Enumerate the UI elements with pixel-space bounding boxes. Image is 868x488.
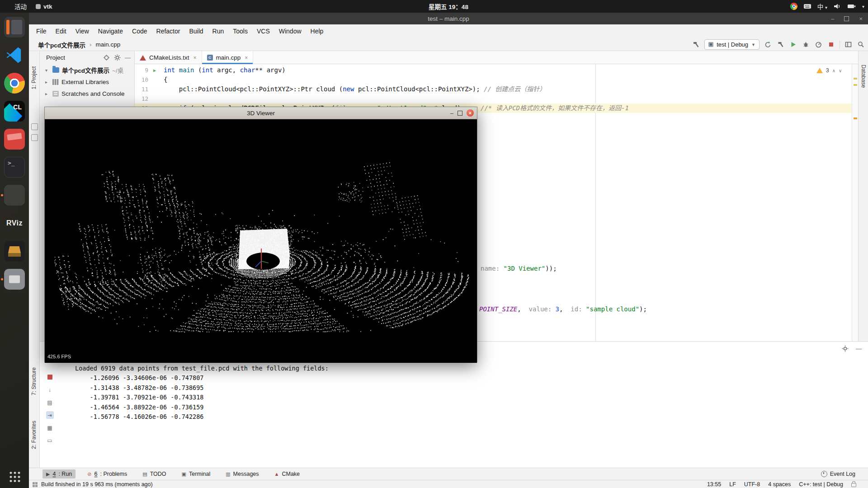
build-settings-icon[interactable] bbox=[692, 40, 700, 49]
menu-item-refactor[interactable]: Refactor bbox=[152, 24, 185, 38]
run-console-output[interactable]: Loaded 6919 data points from test_file.p… bbox=[75, 364, 329, 422]
code-line-12[interactable]: 12 bbox=[135, 94, 852, 103]
project-tree-root[interactable]: ▾ 单个pcd文件展示 ~/桌 bbox=[40, 64, 134, 76]
menu-item-view[interactable]: View bbox=[71, 24, 94, 38]
toolwindow-tab-structure[interactable]: 7: Structure bbox=[31, 367, 37, 395]
focused-app-menu[interactable]: vtk bbox=[36, 3, 52, 10]
toolwindow-button-messages[interactable]: ▥Messages bbox=[222, 469, 262, 479]
viewer-close-button[interactable]: × bbox=[467, 109, 474, 117]
encoding-indicator[interactable]: UTF-8 bbox=[744, 481, 760, 488]
clear-console-icon[interactable]: ▭ bbox=[46, 436, 54, 444]
scroll-down-icon[interactable]: ↓ bbox=[46, 386, 54, 394]
volume-icon[interactable] bbox=[833, 2, 841, 10]
breadcrumb-project[interactable]: 单个pcd文件展示 bbox=[38, 40, 85, 49]
warning-stripe-mark[interactable] bbox=[854, 78, 857, 80]
viewer-maximize-button[interactable] bbox=[458, 111, 462, 116]
menu-item-code[interactable]: Code bbox=[127, 24, 151, 38]
run-panel-settings-icon[interactable] bbox=[842, 345, 849, 352]
battery-icon[interactable] bbox=[847, 2, 856, 10]
viewer-minimize-button[interactable]: – bbox=[450, 110, 453, 117]
3d-viewer-window[interactable]: 3D Viewer – × 425.6 FPS bbox=[44, 107, 477, 362]
project-tree-scratches[interactable]: ▸ Scratches and Console bbox=[40, 88, 134, 99]
expand-arrow-icon[interactable]: ▾ bbox=[45, 68, 50, 73]
dock-files-icon[interactable] bbox=[4, 17, 25, 38]
dock-chrome-icon[interactable] bbox=[4, 73, 25, 94]
stop-process-icon[interactable] bbox=[46, 373, 54, 381]
menu-item-window[interactable]: Window bbox=[274, 24, 306, 38]
viewer-viewport[interactable]: 425.6 FPS bbox=[45, 119, 477, 363]
dock-red-app-icon[interactable] bbox=[4, 129, 25, 150]
event-log-button[interactable]: Event Log bbox=[821, 471, 855, 477]
settings-gear-icon[interactable] bbox=[114, 54, 121, 61]
inspection-widget[interactable]: 3 ∧ ∨ bbox=[816, 67, 842, 74]
toolwindow-tab-project[interactable]: 1: Project bbox=[31, 66, 37, 89]
clock[interactable]: 星期五 19：48 bbox=[429, 0, 468, 13]
search-everywhere-icon[interactable] bbox=[857, 40, 865, 49]
keyboard-icon[interactable] bbox=[803, 2, 811, 10]
input-method-indicator[interactable]: 中 ▾ bbox=[817, 2, 827, 11]
toolwindow-button-cmake[interactable]: ▲CMake bbox=[271, 469, 303, 479]
point-cloud-canvas[interactable] bbox=[45, 119, 477, 363]
code-line-11[interactable]: 11 pcl::PointCloud<pcl::PointXYZ>::Ptr c… bbox=[135, 84, 852, 94]
build-hammer-icon[interactable] bbox=[776, 40, 785, 49]
toolwindow-button-terminal[interactable]: ▣Terminal bbox=[178, 469, 214, 479]
next-warning-icon[interactable]: ∨ bbox=[839, 68, 842, 73]
print-icon[interactable]: ▦ bbox=[46, 424, 54, 432]
collapse-arrow-icon[interactable]: ▸ bbox=[45, 91, 50, 96]
run-configuration-select[interactable]: test | Debug ▼ bbox=[704, 39, 760, 50]
toolwindow-tab-favorites[interactable]: 2: Favorites bbox=[31, 421, 37, 449]
resolve-context-indicator[interactable]: C++: test | Debug bbox=[799, 481, 843, 488]
hide-run-panel-icon[interactable]: — bbox=[856, 345, 862, 352]
toolwindow-toggle-icon[interactable] bbox=[33, 482, 38, 487]
run-button-icon[interactable] bbox=[789, 40, 797, 49]
code-line-10[interactable]: 10{ bbox=[135, 75, 852, 84]
prev-warning-icon[interactable]: ∧ bbox=[832, 68, 835, 73]
menu-item-vcs[interactable]: VCS bbox=[252, 24, 274, 38]
menu-item-build[interactable]: Build bbox=[184, 24, 208, 38]
dock-terminal-icon[interactable]: >_ bbox=[4, 157, 25, 178]
close-button[interactable]: × bbox=[859, 16, 863, 22]
show-applications-button[interactable] bbox=[9, 470, 21, 483]
dock-vscode-icon[interactable] bbox=[4, 45, 25, 66]
menu-item-run[interactable]: Run bbox=[208, 24, 229, 38]
hide-panel-icon[interactable]: — bbox=[125, 54, 131, 61]
dock-box-app-icon[interactable] bbox=[4, 241, 25, 262]
line-ending-indicator[interactable]: LF bbox=[729, 481, 736, 488]
stop-button-icon[interactable] bbox=[827, 40, 835, 49]
menu-item-file[interactable]: File bbox=[32, 24, 51, 38]
chrome-indicator-icon[interactable] bbox=[790, 3, 797, 10]
dock-viewer-app-icon[interactable] bbox=[4, 269, 25, 290]
status-message[interactable]: Build finished in 19 s 963 ms (moments a… bbox=[41, 481, 153, 488]
maximize-button[interactable] bbox=[844, 16, 849, 21]
toolwindow-icon[interactable] bbox=[31, 134, 38, 141]
tab-close-icon[interactable]: × bbox=[245, 55, 248, 61]
editor-scrollbar[interactable] bbox=[852, 64, 858, 341]
layout-icon[interactable] bbox=[844, 40, 853, 49]
system-menu-chevron[interactable]: ▾ bbox=[862, 4, 864, 9]
dock-rviz-icon[interactable]: RViz bbox=[4, 213, 25, 234]
debug-button-icon[interactable] bbox=[802, 40, 810, 49]
tab-close-icon[interactable]: × bbox=[193, 55, 197, 61]
code-line-9[interactable]: 9▶int main (int argc, char** argv) bbox=[135, 66, 852, 75]
locate-file-icon[interactable] bbox=[103, 54, 110, 61]
indent-indicator[interactable]: 4 spaces bbox=[768, 481, 791, 488]
breadcrumb-file[interactable]: main.cpp bbox=[96, 41, 121, 48]
menu-item-edit[interactable]: Edit bbox=[51, 24, 71, 38]
console-options-icon[interactable]: ▤ bbox=[46, 399, 54, 406]
dock-running-app-icon[interactable] bbox=[4, 185, 25, 206]
window-titlebar[interactable]: test – main.cpp – × bbox=[29, 13, 868, 24]
tab-main-cpp[interactable]: C main.cpp × bbox=[202, 51, 254, 64]
reload-cmake-icon[interactable] bbox=[764, 40, 772, 49]
collapse-arrow-icon[interactable]: ▸ bbox=[45, 80, 50, 84]
lock-icon[interactable] bbox=[851, 483, 856, 487]
activities-button[interactable]: 活动 bbox=[14, 2, 27, 11]
toolwindow-tab-database[interactable]: Database bbox=[860, 65, 867, 88]
toolwindow-button-problems[interactable]: ⊘6: Problems bbox=[84, 469, 131, 479]
dock-clion-icon[interactable]: CL bbox=[4, 101, 25, 122]
profiler-button-icon[interactable] bbox=[814, 40, 823, 49]
soft-wrap-icon[interactable]: ⇥ bbox=[46, 411, 54, 419]
menu-item-tools[interactable]: Tools bbox=[228, 24, 252, 38]
project-tree-external-libraries[interactable]: ▸ External Libraries bbox=[40, 76, 134, 88]
run-line-icon[interactable]: ▶ bbox=[151, 66, 158, 75]
menu-item-navigate[interactable]: Navigate bbox=[94, 24, 127, 38]
